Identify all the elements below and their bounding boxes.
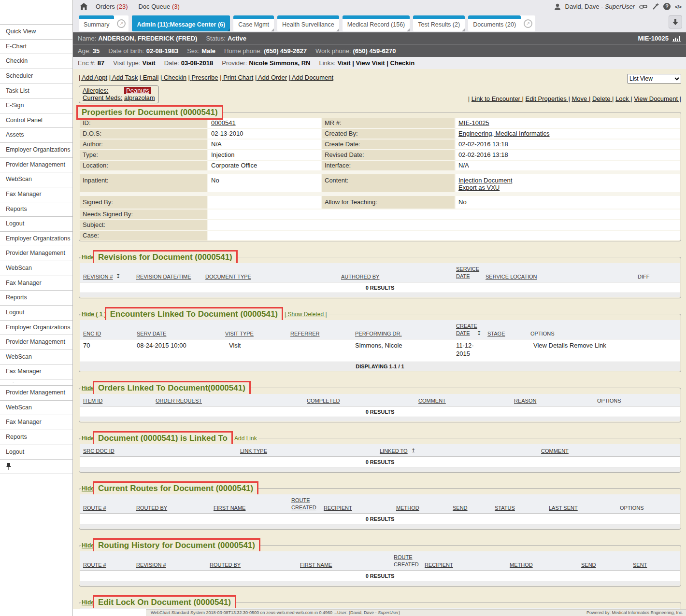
sort-desc-icon[interactable]: ↧	[477, 330, 481, 336]
add-appt-link[interactable]: Add Appt	[79, 74, 107, 81]
col-document-type[interactable]: DOCUMENT TYPE	[205, 274, 251, 280]
home-button[interactable]	[80, 3, 88, 10]
sidebar-item-fax-manager[interactable]: Fax Manager	[0, 187, 72, 202]
sidebar-item-scheduler[interactable]: Scheduler	[0, 69, 72, 84]
sidebar-item-logout[interactable]: Logout	[0, 217, 72, 232]
tab-case-mgmt[interactable]: Case Mgmt	[233, 15, 274, 31]
sidebar-item-reports[interactable]: Reports	[0, 430, 72, 445]
col-route-created[interactable]: ROUTE CREATED	[394, 554, 421, 568]
col-routed-by[interactable]: ROUTED BY	[136, 505, 167, 511]
checkin-link[interactable]: Checkin	[160, 74, 186, 81]
hide-encounters-link[interactable]: Hide ( 1 )	[81, 310, 107, 319]
col-comment[interactable]: COMMENT	[541, 448, 569, 454]
allergies-link[interactable]: Allergies:	[83, 87, 124, 94]
col-comment[interactable]: COMMENT	[418, 398, 446, 404]
sort-desc-icon[interactable]: ↧	[116, 273, 120, 280]
col-routed-by[interactable]: ROUTED BY	[210, 562, 241, 568]
col-first-name[interactable]: FIRST NAME	[300, 562, 332, 568]
sidebar-item-provider-management[interactable]: Provider Management	[0, 246, 72, 261]
col-method[interactable]: METHOD	[510, 562, 533, 568]
injection-document-link[interactable]: Injection Document	[458, 177, 512, 184]
delete-link[interactable]: Delete	[592, 95, 614, 102]
col-route-num[interactable]: ROUTE #	[83, 562, 106, 568]
sort-asc-icon[interactable]: ↥	[411, 448, 415, 454]
col-link-type[interactable]: LINK TYPE	[240, 448, 267, 454]
encounter-row[interactable]: 70 08-24-2015 10:00 Visit Simmons, Nicol…	[80, 339, 680, 362]
col-first-name[interactable]: FIRST NAME	[214, 505, 245, 511]
chart-stats-icon[interactable]	[672, 35, 681, 42]
orders-link[interactable]: Orders (23)	[96, 3, 128, 10]
link-chain-icon[interactable]	[639, 3, 647, 10]
sidebar-item-reports[interactable]: Reports	[0, 202, 72, 217]
add-order-link[interactable]: Add Order	[255, 74, 287, 81]
col-revision-datetime[interactable]: REVISION DATE/TIME	[136, 274, 191, 280]
col-service-location[interactable]: SERVICE LOCATION	[486, 274, 537, 280]
mr-number-link[interactable]: MIE-10025	[458, 119, 489, 126]
sidebar-item-e-sign[interactable]: E-Sign	[0, 98, 72, 113]
doc-queue-link[interactable]: Doc Queue (3)	[138, 3, 179, 10]
collapse-tabs-button[interactable]	[669, 15, 682, 28]
created-by-link[interactable]: Engineering, Medical Informatics	[458, 130, 550, 137]
sidebar-item-e-chart[interactable]: E-Chart	[0, 40, 72, 55]
col-send[interactable]: SEND	[453, 505, 468, 511]
view-mode-select[interactable]: List View	[627, 74, 681, 84]
col-stage[interactable]: STAGE	[487, 331, 505, 336]
sidebar-item-employer-organizations[interactable]: Employer Organizations	[0, 143, 72, 158]
col-src-doc-id[interactable]: SRC DOC ID	[83, 448, 114, 454]
summary-popout-button[interactable]: ↗	[114, 15, 129, 31]
sidebar-item-employer-organizations[interactable]: Employer Organizations	[0, 321, 72, 336]
col-service-date[interactable]: SERVICE DATE	[456, 266, 483, 280]
col-route-created[interactable]: ROUTE CREATED	[291, 497, 318, 511]
tab-summary[interactable]: Summary ↗	[79, 15, 129, 31]
col-recipient[interactable]: RECIPIENT	[425, 562, 453, 568]
sidebar-item-provider-management[interactable]: Provider Management	[0, 335, 72, 350]
sidebar-item-control-panel[interactable]: Control Panel	[0, 113, 72, 128]
sidebar-item-quick-view[interactable]: Quick View	[0, 25, 72, 40]
col-item-id[interactable]: ITEM ID	[83, 398, 102, 404]
sidebar-item-webscan[interactable]: WebScan	[0, 350, 72, 365]
tab-health-surveillance[interactable]: Health Surveillance	[277, 15, 339, 31]
doc-id-link[interactable]: 0000541	[211, 119, 236, 126]
sidebar-item-logout[interactable]: Logout	[0, 306, 72, 321]
sidebar-item-provider-management[interactable]: Provider Management	[0, 386, 72, 401]
sidebar-item-logout[interactable]: Logout	[0, 445, 72, 460]
med-alprazolam-link[interactable]: alprazolam	[124, 94, 155, 101]
col-revision-num[interactable]: REVISION #	[83, 274, 113, 280]
wand-icon[interactable]	[652, 3, 659, 10]
col-authored-by[interactable]: AUTHORED BY	[341, 274, 379, 280]
col-enc-id[interactable]: ENC ID	[83, 331, 101, 336]
sidebar-pin-toggle[interactable]	[0, 460, 72, 474]
col-method[interactable]: METHOD	[396, 505, 419, 511]
sidebar-item-webscan[interactable]: WebScan	[0, 401, 72, 416]
link-to-encounter-link[interactable]: Link to Encounter	[472, 95, 524, 102]
col-status[interactable]: STATUS	[495, 505, 515, 511]
col-route-num[interactable]: ROUTE #	[83, 505, 106, 511]
current-user[interactable]: David, Dave - SuperUser	[565, 3, 635, 10]
sidebar-item-reports[interactable]: Reports	[0, 291, 72, 306]
allergy-peanuts-link[interactable]: Peanuts	[124, 87, 151, 94]
col-completed[interactable]: COMPLETED	[307, 398, 340, 404]
sidebar-item-provider-management[interactable]: Provider Management	[0, 158, 72, 173]
add-task-link[interactable]: Add Task	[109, 74, 138, 81]
view-document-link[interactable]: View Document	[634, 95, 681, 102]
sidebar-item-checkin[interactable]: Checkin	[0, 54, 72, 69]
email-link[interactable]: Email	[140, 74, 159, 81]
sidebar-item-webscan[interactable]: WebScan	[0, 172, 72, 187]
col-referrer[interactable]: REFERRER	[290, 331, 320, 336]
sidebar-item-assets[interactable]: Assets	[0, 128, 72, 143]
col-revision-num[interactable]: REVISION #	[136, 562, 166, 568]
tab-admin-message-center[interactable]: Admin (11):Message Center (6)	[132, 15, 230, 31]
print-chart-link[interactable]: Print Chart	[220, 74, 253, 81]
encounter-links[interactable]: Visit | View Visit | Checkin	[337, 59, 414, 67]
edit-properties-link[interactable]: Edit Properties	[526, 95, 570, 102]
code-icon[interactable]: </>	[675, 4, 681, 10]
sidebar-item-webscan[interactable]: WebScan	[0, 261, 72, 276]
sidebar-item-fax-manager[interactable]: Fax Manager	[0, 276, 72, 291]
col-last-sent[interactable]: LAST SENT	[549, 505, 578, 511]
sidebar-item-fax-manager[interactable]: Fax Manager	[0, 415, 72, 430]
help-icon[interactable]: ?	[663, 3, 671, 10]
lock-link[interactable]: Lock	[615, 95, 632, 102]
sidebar-item-fax-manager[interactable]: Fax Manager	[0, 364, 72, 379]
col-serv-date[interactable]: SERV DATE	[137, 331, 166, 336]
tab-test-results[interactable]: Test Results (2)	[413, 15, 465, 31]
